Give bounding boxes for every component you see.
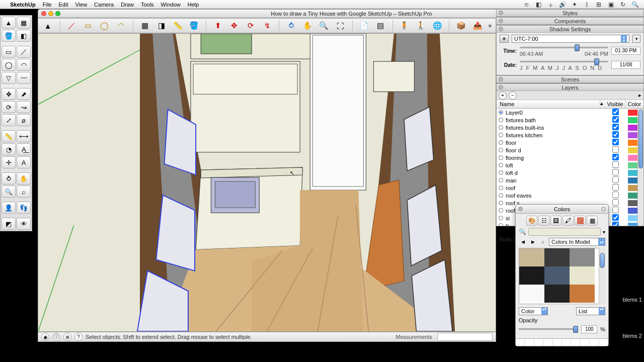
person-icon[interactable]: 🧍: [399, 20, 411, 31]
lookaround-tool[interactable]: 👁: [17, 218, 31, 230]
zoom-icon[interactable]: [601, 207, 606, 211]
layer-row[interactable]: loft d: [497, 169, 643, 176]
layer-active-radio[interactable]: [497, 193, 505, 199]
protractor-tool[interactable]: ◔: [2, 143, 16, 155]
rotate-tool[interactable]: ⟳: [2, 101, 16, 113]
bluetooth-icon[interactable]: ᛒ: [583, 1, 591, 8]
move-tool[interactable]: ✥: [2, 88, 16, 100]
3d-viewport[interactable]: ↖: [38, 33, 496, 332]
credits-icon[interactable]: ⓘ: [52, 333, 60, 341]
zoom-window-tool[interactable]: ⌕: [17, 186, 31, 198]
arc-tool[interactable]: ◠: [17, 59, 31, 71]
eraser-tool-icon[interactable]: ◨: [155, 20, 167, 31]
measurements-input[interactable]: [437, 333, 493, 341]
layer-active-radio[interactable]: [497, 117, 505, 123]
layer-row[interactable]: roof: [497, 184, 643, 192]
layer-name[interactable]: loft: [505, 162, 605, 168]
spotlight-icon[interactable]: 🔍: [631, 1, 639, 8]
layer-visible-checkbox[interactable]: [605, 146, 625, 154]
layer-name[interactable]: fixtures kitchen: [505, 132, 605, 138]
shadow-details-icon[interactable]: ▾: [632, 35, 640, 43]
layer-active-radio[interactable]: [497, 223, 505, 226]
tray-icon[interactable]: ⎋: [522, 1, 530, 8]
layer-active-radio[interactable]: [497, 155, 505, 161]
color-swatch[interactable]: [544, 266, 570, 285]
make-component-tool[interactable]: ▦: [17, 17, 31, 29]
home-icon[interactable]: ⌂: [539, 238, 547, 245]
color-swatch[interactable]: [544, 285, 570, 303]
close-icon[interactable]: [518, 207, 523, 211]
layer-row[interactable]: floor d: [497, 146, 643, 154]
layer-name[interactable]: man: [505, 177, 605, 184]
add-location-icon[interactable]: 📄: [359, 20, 370, 31]
layer-row[interactable]: roof eaves: [497, 192, 643, 199]
timezone-select[interactable]: UTC-7:00▴▾: [512, 35, 629, 43]
scenes-tray-header[interactable]: Scenes: [497, 76, 643, 83]
pushpull-icon[interactable]: ⬆: [212, 20, 224, 31]
arc-tool-icon[interactable]: ◠: [115, 20, 127, 31]
add-layer-button[interactable]: +: [499, 92, 507, 100]
color-mode-select[interactable]: Color▴▾: [519, 307, 548, 315]
layer-name[interactable]: flooring: [505, 155, 605, 161]
list-mode-select[interactable]: List▴▾: [576, 307, 605, 315]
color-swatch[interactable]: [519, 248, 544, 266]
select-tool-icon[interactable]: ▲: [42, 20, 54, 31]
layer-visible-checkbox[interactable]: [605, 184, 625, 192]
section-plane-tool[interactable]: ◩: [2, 218, 16, 230]
color-swatch[interactable]: [544, 248, 570, 266]
color-wells[interactable]: [516, 338, 608, 346]
color-swatch-grid[interactable]: [519, 248, 605, 303]
rectangle-tool[interactable]: ▭: [2, 46, 16, 58]
layer-active-radio[interactable]: [497, 170, 505, 176]
help-icon[interactable]: ?: [74, 333, 83, 341]
date-slider[interactable]: [520, 59, 608, 66]
layer-name[interactable]: roof: [505, 185, 605, 191]
circle-tool[interactable]: ◯: [2, 59, 16, 71]
orbit-tool-icon[interactable]: ⥁: [285, 20, 297, 31]
shadow-toggle-icon[interactable]: ☀: [500, 35, 509, 43]
eraser-tool[interactable]: ◧: [17, 30, 31, 42]
layer-name[interactable]: floor d: [505, 147, 605, 153]
claim-credit-icon[interactable]: ⊕: [63, 333, 71, 341]
pushpull-tool[interactable]: ⬈: [17, 88, 31, 100]
line-tool-icon[interactable]: ／: [66, 20, 78, 31]
collapse-icon[interactable]: ▾: [603, 229, 605, 235]
layer-row[interactable]: man: [497, 176, 643, 184]
layer-name[interactable]: fixtures built-ins: [505, 125, 605, 131]
time-machine-icon[interactable]: ↻: [619, 1, 627, 8]
scale-tool[interactable]: ⤢: [2, 114, 16, 126]
layer-active-radio[interactable]: [497, 215, 505, 221]
menu-draw[interactable]: Draw: [121, 2, 134, 8]
layer-row[interactable]: loft: [497, 161, 643, 169]
styles-tray-header[interactable]: Styles: [497, 10, 643, 17]
layer-active-radio[interactable]: [497, 185, 505, 191]
color-wheel-tab[interactable]: 🎨: [526, 216, 537, 226]
toolbar-overflow-icon[interactable]: »: [488, 22, 492, 29]
collection-select[interactable]: Colors In Model▴▾: [549, 238, 605, 246]
delete-layer-button[interactable]: −: [509, 92, 517, 100]
line-tool[interactable]: ／: [17, 46, 31, 58]
tray-icon[interactable]: ✦: [571, 1, 579, 8]
patterns-tab[interactable]: ▦: [587, 216, 598, 226]
rotate-tool-icon[interactable]: ⟳: [245, 20, 257, 31]
layer-row[interactable]: fixtures kitchen: [497, 131, 643, 139]
layer-name[interactable]: roof eaves: [505, 193, 605, 199]
image-palettes-tab[interactable]: 🖼: [550, 216, 561, 226]
layer-visible-checkbox[interactable]: [605, 169, 625, 176]
color-search-input[interactable]: [528, 228, 601, 236]
layer-name[interactable]: loft d: [505, 170, 605, 176]
tray-icon[interactable]: ◧: [534, 1, 542, 8]
layer-active-radio[interactable]: [497, 208, 505, 214]
layer-active-radio[interactable]: [497, 162, 505, 168]
menu-tools[interactable]: Tools: [141, 2, 154, 8]
tray-icon[interactable]: ⊞: [595, 1, 603, 8]
shadow-tray-header[interactable]: Shadow Settings: [497, 26, 643, 33]
layer-visible-checkbox[interactable]: [605, 116, 625, 124]
walk-tool[interactable]: 👣: [17, 202, 31, 214]
zoom-tool-icon[interactable]: 🔍: [318, 20, 330, 31]
layer-row[interactable]: floor: [497, 139, 643, 146]
close-window-button[interactable]: [41, 11, 46, 16]
layer-row[interactable]: fixtures bath: [497, 116, 643, 124]
tray-icon[interactable]: ▣: [607, 1, 615, 8]
polygon-tool[interactable]: ▽: [2, 72, 16, 84]
